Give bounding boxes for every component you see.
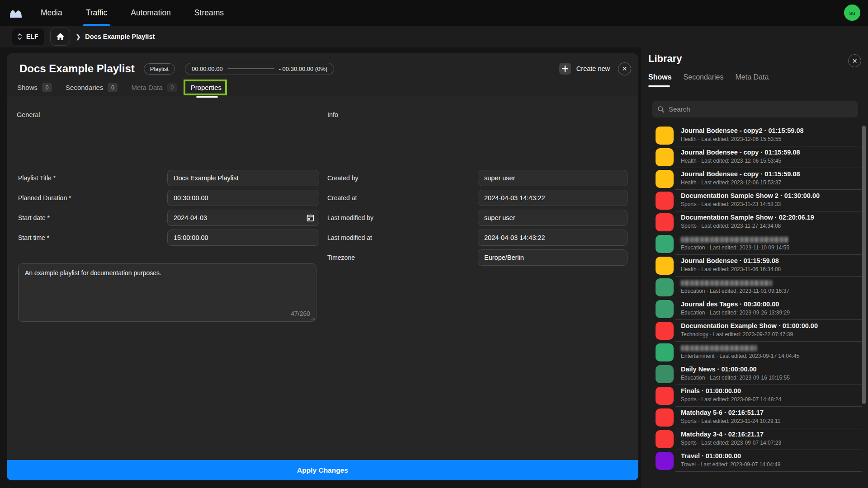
library-tab-meta-data[interactable]: Meta Data bbox=[736, 73, 769, 87]
page-title: Docs Example Playlist bbox=[19, 62, 135, 75]
show-color-swatch bbox=[656, 127, 674, 145]
library-item[interactable]: Matchday 3-4 · 02:16:21.17 Sports · Last… bbox=[641, 428, 868, 450]
show-color-swatch bbox=[656, 213, 674, 231]
show-color-swatch bbox=[656, 343, 674, 361]
library-scrollbar-track[interactable] bbox=[862, 125, 866, 485]
library-search[interactable] bbox=[652, 101, 858, 117]
show-color-swatch bbox=[656, 170, 674, 188]
duration-progress-pill: 00:00:00.00 - 00:30:00.00 (0%) bbox=[185, 63, 334, 75]
created-by-value[interactable] bbox=[478, 170, 627, 186]
calendar-icon[interactable] bbox=[307, 214, 314, 222]
user-avatar[interactable]: su bbox=[844, 5, 860, 21]
show-color-swatch bbox=[656, 192, 674, 210]
library-tab-shows[interactable]: Shows bbox=[648, 73, 672, 87]
tab-meta-data[interactable]: Meta Data 0 bbox=[131, 80, 177, 94]
library-item[interactable]: Documentation Sample Show 2 · 01:30:00.0… bbox=[641, 190, 868, 211]
breadcrumb-bar: ELF ❯ Docs Example Playlist bbox=[0, 26, 868, 47]
plus-icon bbox=[559, 63, 571, 75]
library-item[interactable]: Journal Bodensee · 01:15:59.08 Health · … bbox=[641, 255, 868, 277]
library-item[interactable]: Travel · 01:00:00.00 Travel · Last edite… bbox=[641, 450, 868, 472]
library-item[interactable]: Daily News · 01:00:00.00 Education · Las… bbox=[641, 363, 868, 385]
tab-shows[interactable]: Shows 0 bbox=[17, 80, 52, 94]
show-color-swatch bbox=[656, 365, 674, 383]
planned-duration-label: Planned Duration * bbox=[18, 194, 71, 202]
description-textarea[interactable]: An example playlist for documentation pu… bbox=[18, 263, 316, 322]
last-modified-by-value[interactable] bbox=[478, 210, 627, 226]
redacted-title bbox=[681, 345, 757, 351]
create-new-button[interactable]: Create new bbox=[559, 63, 610, 75]
active-tab-underline bbox=[196, 96, 218, 98]
library-tabs: Shows Secondaries Meta Data bbox=[648, 73, 769, 87]
show-color-swatch bbox=[656, 452, 674, 470]
playlist-title-input[interactable] bbox=[167, 170, 319, 186]
progress-start: 00:00:00.00 bbox=[192, 66, 223, 72]
last-modified-at-label: Last modified at bbox=[327, 234, 372, 241]
breadcrumb-chevron: ❯ bbox=[75, 33, 80, 40]
timezone-value[interactable] bbox=[478, 249, 627, 266]
properties-content: General Playlist Title * Planned Duratio… bbox=[7, 99, 638, 460]
created-at-label: Created at bbox=[327, 194, 357, 202]
library-item[interactable]: Education · Last edited: 2023-11-01 09:1… bbox=[641, 277, 868, 298]
redacted-title bbox=[681, 280, 772, 286]
general-heading: General bbox=[17, 111, 40, 118]
start-time-label: Start time * bbox=[18, 234, 49, 241]
playlist-editor-panel: Docs Example Playlist Playlist 00:00:00.… bbox=[7, 53, 638, 480]
app-logo-icon[interactable] bbox=[8, 5, 24, 21]
show-color-swatch bbox=[656, 235, 674, 253]
show-color-swatch bbox=[656, 278, 674, 296]
org-label: ELF bbox=[26, 33, 38, 40]
nav-item-automation[interactable]: Automation bbox=[131, 0, 171, 26]
library-item[interactable]: Journal des Tages · 00:30:00.00 Educatio… bbox=[641, 298, 868, 320]
library-title: Library bbox=[648, 53, 682, 65]
nav-item-streams[interactable]: Streams bbox=[194, 0, 224, 26]
library-tab-secondaries[interactable]: Secondaries bbox=[684, 73, 724, 87]
select-arrows-icon bbox=[17, 33, 22, 40]
tab-shows-count: 0 bbox=[42, 83, 52, 92]
search-input[interactable] bbox=[669, 105, 853, 113]
library-scrollbar-thumb[interactable] bbox=[862, 126, 866, 404]
editor-tabs: Shows 0 Secondaries 0 Meta Data 0 Proper… bbox=[17, 80, 222, 94]
library-item[interactable]: Documentation Example Show · 01:00:00.00… bbox=[641, 320, 868, 342]
textarea-resize-handle[interactable] bbox=[310, 315, 315, 320]
created-at-value[interactable] bbox=[478, 190, 627, 206]
library-item[interactable]: Finals · 01:00:00.00 Sports · Last edite… bbox=[641, 385, 868, 407]
nav-item-media[interactable]: Media bbox=[41, 0, 62, 26]
tab-meta-data-count: 0 bbox=[167, 83, 177, 92]
apply-changes-button[interactable]: Apply Changes bbox=[7, 460, 638, 480]
redacted-title bbox=[681, 237, 788, 243]
library-item[interactable]: Journal Bodensee - copy · 01:15:59.08 He… bbox=[641, 146, 868, 168]
start-date-input[interactable] bbox=[167, 210, 319, 226]
library-item[interactable]: Documentation Sample Show · 02:20:06.19 … bbox=[641, 211, 868, 233]
created-by-label: Created by bbox=[327, 174, 358, 182]
type-badge: Playlist bbox=[144, 63, 175, 75]
org-selector[interactable]: ELF bbox=[12, 28, 44, 45]
progress-end: - 00:30:00.00 (0%) bbox=[279, 66, 328, 72]
show-color-swatch bbox=[656, 322, 674, 340]
close-editor-button[interactable]: ✕ bbox=[618, 62, 631, 75]
library-item[interactable]: Journal Bodensee - copy · 01:15:59.08 He… bbox=[641, 168, 868, 190]
playlist-title-label: Playlist Title * bbox=[18, 174, 56, 182]
info-heading: Info bbox=[327, 111, 338, 118]
search-icon bbox=[657, 106, 665, 113]
show-color-swatch bbox=[656, 257, 674, 275]
library-item[interactable]: Matchday 5-6 · 02:16:51.17 Sports · Last… bbox=[641, 407, 868, 428]
tab-secondaries[interactable]: Secondaries 0 bbox=[66, 80, 118, 94]
tab-secondaries-count: 0 bbox=[108, 83, 118, 92]
home-button[interactable] bbox=[50, 28, 70, 46]
description-field-wrapper: An example playlist for documentation pu… bbox=[18, 263, 316, 322]
close-library-button[interactable]: ✕ bbox=[848, 54, 861, 67]
last-modified-at-value[interactable] bbox=[478, 230, 627, 246]
editor-header: Docs Example Playlist Playlist 00:00:00.… bbox=[7, 53, 638, 98]
home-icon bbox=[56, 33, 65, 41]
show-color-swatch bbox=[656, 408, 674, 427]
tab-properties[interactable]: Properties bbox=[191, 80, 222, 94]
start-date-label: Start date * bbox=[18, 214, 50, 221]
library-item[interactable]: Journal Bodensee - copy2 · 01:15:59.08 H… bbox=[641, 125, 868, 146]
library-item[interactable]: Education · Last edited: 2023-11-10 09:1… bbox=[641, 233, 868, 255]
nav-item-traffic[interactable]: Traffic bbox=[86, 0, 108, 26]
library-item[interactable]: Entertainment · Last edited: 2023-09-17 … bbox=[641, 342, 868, 363]
show-color-swatch bbox=[656, 148, 674, 166]
start-time-input[interactable] bbox=[167, 230, 319, 246]
planned-duration-input[interactable] bbox=[167, 190, 319, 206]
progress-bar bbox=[227, 68, 274, 69]
